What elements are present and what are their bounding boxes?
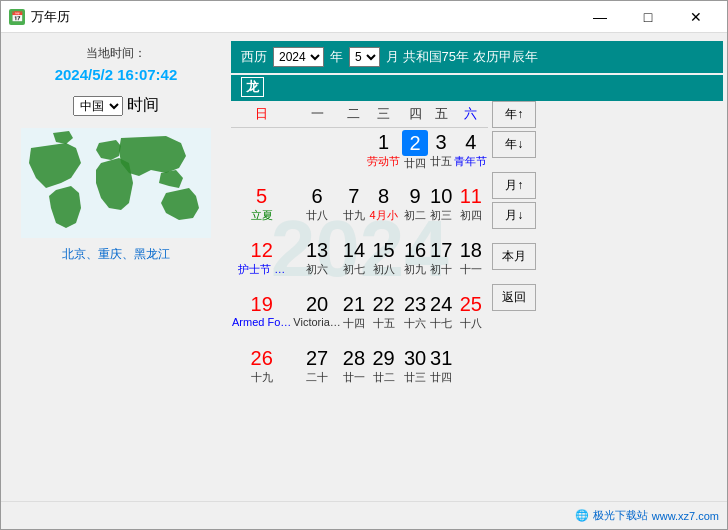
calendar-day-cell[interactable]: 6廿八 bbox=[292, 182, 341, 236]
day-subtitle: 初八 bbox=[367, 262, 400, 277]
day-subtitle: 初七 bbox=[343, 262, 365, 277]
day-subtitle: 十一 bbox=[454, 262, 487, 277]
day-subtitle: 4月小 bbox=[367, 208, 400, 223]
timezone-label: 时间 bbox=[127, 95, 159, 116]
right-panel: 西历 2024 年 5 月 共和国75年 农历甲辰年 龙 2024 bbox=[231, 33, 727, 501]
calendar-day-cell[interactable]: 4青年节 bbox=[453, 128, 488, 182]
calendar-day-cell[interactable]: 7廿九 bbox=[342, 182, 366, 236]
calendar-day-cell[interactable]: 31廿四 bbox=[429, 344, 453, 398]
calendar-day-cell[interactable]: 26十九 bbox=[231, 344, 292, 398]
day-number: 24 bbox=[430, 292, 452, 316]
day-subtitle: 廿三 bbox=[402, 370, 428, 385]
logo-name: 极光下载站 bbox=[593, 508, 648, 523]
cal-year-label: 年 bbox=[330, 48, 343, 66]
day-number: 14 bbox=[343, 238, 365, 262]
zodiac-text: 龙 bbox=[246, 79, 259, 94]
calendar-day-cell[interactable]: 16初九 bbox=[401, 236, 429, 290]
month-up-button[interactable]: 月↑ bbox=[492, 172, 536, 199]
day-number: 13 bbox=[293, 238, 340, 262]
year-select[interactable]: 2024 bbox=[273, 47, 324, 67]
day-subtitle: 初三 bbox=[430, 208, 452, 223]
day-subtitle: Victoria… bbox=[293, 316, 340, 328]
bottom-bar: 🌐 极光下载站 www.xz7.com bbox=[1, 501, 727, 529]
day-number: 18 bbox=[454, 238, 487, 262]
calendar-day-cell[interactable]: 23十六 bbox=[401, 290, 429, 344]
app-icon: 📅 bbox=[9, 9, 25, 25]
day-number: 4 bbox=[454, 130, 487, 154]
calendar-day-cell[interactable]: 25十八 bbox=[453, 290, 488, 344]
day-number: 2 bbox=[402, 130, 428, 156]
calendar-day-cell[interactable]: 84月小 bbox=[366, 182, 401, 236]
calendar-day-cell[interactable]: 19Armed Fo… bbox=[231, 290, 292, 344]
minimize-button[interactable]: — bbox=[577, 3, 623, 31]
day-subtitle: 廿五 bbox=[430, 154, 452, 169]
calendar-day-cell[interactable]: 9初二 bbox=[401, 182, 429, 236]
day-subtitle: 十四 bbox=[343, 316, 365, 331]
day-number: 30 bbox=[402, 346, 428, 370]
day-subtitle: 初四 bbox=[454, 208, 487, 223]
day-subtitle: 初九 bbox=[402, 262, 428, 277]
day-number: 17 bbox=[430, 238, 452, 262]
calendar-day-cell[interactable]: 14初七 bbox=[342, 236, 366, 290]
calendar-day-cell[interactable]: 10初三 bbox=[429, 182, 453, 236]
maximize-button[interactable]: □ bbox=[625, 3, 671, 31]
back-button[interactable]: 返回 bbox=[492, 284, 536, 311]
year-up-button[interactable]: 年↑ bbox=[492, 101, 536, 128]
this-month-button[interactable]: 本月 bbox=[492, 243, 536, 270]
zodiac-row: 龙 bbox=[231, 75, 723, 101]
calendar-day-cell bbox=[231, 128, 292, 182]
weekday-tue: 二 bbox=[342, 101, 366, 128]
cal-prefix: 西历 bbox=[241, 48, 267, 66]
calendar-day-cell[interactable]: 20Victoria… bbox=[292, 290, 341, 344]
weekday-mon: 一 bbox=[292, 101, 341, 128]
day-number: 20 bbox=[293, 292, 340, 316]
calendar-day-cell[interactable]: 11初四 bbox=[453, 182, 488, 236]
side-buttons: 年↑ 年↓ 月↑ 月↓ 本月 返回 bbox=[488, 101, 540, 398]
calendar-day-cell[interactable]: 15初八 bbox=[366, 236, 401, 290]
day-number: 23 bbox=[402, 292, 428, 316]
calendar-day-cell[interactable]: 24十七 bbox=[429, 290, 453, 344]
day-subtitle: 初六 bbox=[293, 262, 340, 277]
day-subtitle: 青年节 bbox=[454, 154, 487, 169]
month-select[interactable]: 5 bbox=[349, 47, 380, 67]
time-value: 2024/5/2 16:07:42 bbox=[55, 66, 178, 83]
day-number: 22 bbox=[367, 292, 400, 316]
close-button[interactable]: ✕ bbox=[673, 3, 719, 31]
city-label: 北京、重庆、黑龙江 bbox=[62, 246, 170, 263]
calendar-day-cell[interactable]: 27二十 bbox=[292, 344, 341, 398]
calendar-outer: 2024 日 一 二 三 四 五 六 bbox=[231, 101, 488, 398]
calendar-day-cell[interactable]: 5立夏 bbox=[231, 182, 292, 236]
timezone-select[interactable]: 中国 bbox=[73, 96, 123, 116]
day-number: 12 bbox=[232, 238, 291, 262]
calendar-day-cell[interactable]: 29廿二 bbox=[366, 344, 401, 398]
calendar-day-cell[interactable]: 21十四 bbox=[342, 290, 366, 344]
calendar-day-cell[interactable]: 3廿五 bbox=[429, 128, 453, 182]
calendar-week-row: 19Armed Fo…20Victoria…21十四22十五23十六24十七25… bbox=[231, 290, 488, 344]
calendar-day-cell[interactable]: 17初十 bbox=[429, 236, 453, 290]
year-down-button[interactable]: 年↓ bbox=[492, 131, 536, 158]
logo-text: 🌐 bbox=[575, 509, 589, 522]
day-number: 3 bbox=[430, 130, 452, 154]
title-bar: 📅 万年历 — □ ✕ bbox=[1, 1, 727, 33]
month-down-button[interactable]: 月↓ bbox=[492, 202, 536, 229]
calendar-day-cell[interactable]: 2廿四 bbox=[401, 128, 429, 182]
day-subtitle: 廿四 bbox=[430, 370, 452, 385]
timezone-row: 中国 时间 bbox=[73, 95, 159, 116]
calendar-day-cell[interactable]: 12护士节 … bbox=[231, 236, 292, 290]
day-subtitle: 十五 bbox=[367, 316, 400, 331]
calendar-day-cell[interactable]: 30廿三 bbox=[401, 344, 429, 398]
day-number: 26 bbox=[232, 346, 291, 370]
calendar-day-cell[interactable]: 13初六 bbox=[292, 236, 341, 290]
left-panel: 当地时间： 2024/5/2 16:07:42 中国 时间 bbox=[1, 33, 231, 501]
calendar-day-cell[interactable]: 18十一 bbox=[453, 236, 488, 290]
weekday-sun: 日 bbox=[231, 101, 292, 128]
calendar-wrapper: 2024 日 一 二 三 四 五 六 bbox=[231, 101, 723, 398]
calendar-day-cell[interactable]: 28廿一 bbox=[342, 344, 366, 398]
calendar-day-cell[interactable]: 22十五 bbox=[366, 290, 401, 344]
logo-url: www.xz7.com bbox=[652, 510, 719, 522]
calendar-table: 日 一 二 三 四 五 六 1劳动节2廿四3廿五4青年节5立夏6廿八7廿九84月… bbox=[231, 101, 488, 398]
day-number: 15 bbox=[367, 238, 400, 262]
day-number: 28 bbox=[343, 346, 365, 370]
day-number: 27 bbox=[293, 346, 340, 370]
calendar-day-cell[interactable]: 1劳动节 bbox=[366, 128, 401, 182]
